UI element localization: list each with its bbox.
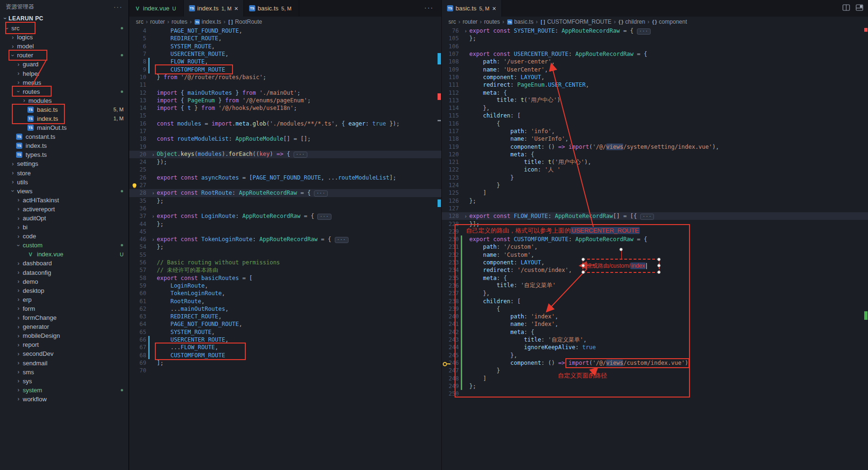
gutter[interactable]: 16 bbox=[129, 120, 157, 127]
breadcrumb-item-basic.ts[interactable]: TSbasic.ts bbox=[507, 18, 534, 25]
code-line-242[interactable]: 242 meta: { bbox=[442, 328, 868, 336]
workspace-root[interactable]: › LEARUN PC bbox=[0, 13, 128, 24]
breadcrumb-item-router[interactable]: router bbox=[463, 18, 477, 25]
gutter[interactable]: 18 bbox=[129, 135, 157, 143]
tab-basic.ts[interactable]: TSbasic.ts5, M bbox=[244, 0, 299, 17]
code-line-58[interactable]: 58export const basicRoutes = [ bbox=[129, 274, 441, 282]
code-line-249[interactable]: 249}; bbox=[442, 382, 868, 390]
code-line-35[interactable]: 35}; bbox=[129, 197, 441, 205]
code-line-241[interactable]: 241 name: 'Index', bbox=[442, 320, 868, 328]
tree-item-views[interactable]: ›views bbox=[0, 187, 128, 196]
code-line-19[interactable]: 19 bbox=[129, 143, 441, 150]
code-line-5[interactable]: 5 REDIRECT_ROUTE, bbox=[129, 35, 441, 42]
code-line-233[interactable]: 233 component: LAYOUT, bbox=[442, 259, 868, 266]
code-line-17[interactable]: 17 bbox=[129, 127, 441, 135]
gutter[interactable]: 122 bbox=[442, 166, 469, 173]
close-icon[interactable]: × bbox=[492, 5, 496, 12]
gutter[interactable]: 20› bbox=[129, 151, 157, 158]
gutter[interactable]: 244 bbox=[442, 343, 469, 351]
gutter[interactable]: 6 bbox=[129, 43, 157, 50]
code-line-59[interactable]: 59 LoginRoute, bbox=[129, 282, 441, 289]
code-line-127[interactable]: 127 bbox=[442, 205, 868, 212]
code-line-229[interactable]: 229 bbox=[442, 228, 868, 235]
gutter[interactable]: 5 bbox=[129, 35, 157, 42]
gutter[interactable]: 232 bbox=[442, 251, 469, 259]
code-line-67[interactable]: 67 ...FLOW_ROUTE, bbox=[129, 343, 441, 351]
code-line-18[interactable]: 18const routeModuleList: AppRouteModule[… bbox=[129, 135, 441, 143]
code-line-115[interactable]: 115 children: [ bbox=[442, 112, 868, 119]
gutter[interactable]: 14 bbox=[129, 104, 157, 112]
code-line-125[interactable]: 125 ] bbox=[442, 189, 868, 197]
gutter[interactable]: 19 bbox=[129, 143, 157, 150]
gutter[interactable]: 7 bbox=[129, 50, 157, 58]
tree-item-sms[interactable]: ›sms bbox=[0, 368, 128, 377]
code-line-232[interactable]: 232 name: 'Custom', bbox=[442, 251, 868, 259]
gutter[interactable]: 246 bbox=[442, 359, 469, 367]
gutter[interactable]: 56 bbox=[129, 259, 157, 266]
tree-item-form[interactable]: ›form bbox=[0, 304, 128, 313]
gutter[interactable]: 59 bbox=[129, 282, 157, 289]
gutter[interactable]: 54 bbox=[129, 243, 157, 251]
code-line-248[interactable]: 248 ] bbox=[442, 374, 868, 382]
code-line-9[interactable]: 9 CUSTOMFORM_ROUTE bbox=[129, 65, 441, 73]
tab-index.vue[interactable]: Vindex.vueU bbox=[129, 0, 184, 17]
tree-item-workflow[interactable]: ›workflow bbox=[0, 395, 128, 404]
code-line-65[interactable]: 65 SYSTEM_ROUTE, bbox=[129, 328, 441, 336]
code-line-124[interactable]: 124 } bbox=[442, 181, 868, 189]
gutter[interactable]: 76› bbox=[442, 27, 469, 35]
gutter[interactable]: 69 bbox=[129, 359, 157, 367]
code-line-246[interactable]: 246 component: () => import('/@/views/cu… bbox=[442, 359, 868, 367]
gutter[interactable]: 55 bbox=[129, 251, 157, 259]
overview-ruler-1[interactable] bbox=[437, 27, 441, 470]
code-line-108[interactable]: 108 path: '/user-center', bbox=[442, 58, 868, 65]
gutter[interactable]: 57 bbox=[129, 266, 157, 274]
gutter[interactable]: 117 bbox=[442, 127, 469, 135]
code-line-57[interactable]: 57// 未经许可的基本路由 bbox=[129, 266, 441, 274]
code-line-109[interactable]: 109 name: 'UserCenter', bbox=[442, 65, 868, 73]
gutter[interactable]: 36 bbox=[129, 205, 157, 212]
gutter[interactable]: 11 bbox=[129, 81, 157, 89]
code-line-105[interactable]: 105}; bbox=[442, 35, 868, 42]
breadcrumb-item-src[interactable]: src bbox=[136, 18, 143, 25]
code-line-66[interactable]: 66 USERCENTER_ROUTE, bbox=[129, 336, 441, 343]
code-line-117[interactable]: 117 path: 'info', bbox=[442, 127, 868, 135]
gutter[interactable]: 106 bbox=[442, 43, 469, 50]
code-line-24[interactable]: 24}); bbox=[129, 158, 441, 166]
tree-item-desktop[interactable]: ›desktop bbox=[0, 286, 128, 295]
code-line-106[interactable]: 106 bbox=[442, 43, 868, 50]
overview-ruler-2[interactable] bbox=[864, 27, 868, 470]
gutter[interactable]: 240 bbox=[442, 313, 469, 320]
fold-chevron-icon[interactable]: › bbox=[462, 28, 469, 34]
gutter[interactable]: 233 bbox=[442, 259, 469, 266]
code-line-120[interactable]: 120 meta: { bbox=[442, 151, 868, 158]
gutter[interactable]: 109 bbox=[442, 65, 469, 73]
folded-code-ellipsis[interactable]: ··· bbox=[335, 237, 349, 243]
gutter[interactable]: 66 bbox=[129, 336, 157, 343]
gutter[interactable]: 68 bbox=[129, 351, 157, 359]
tree-item-menus[interactable]: ›menus bbox=[0, 78, 128, 87]
gutter[interactable]: 111 bbox=[442, 81, 469, 89]
gutter[interactable]: 17 bbox=[129, 127, 157, 135]
tree-item-utils[interactable]: ›utils bbox=[0, 178, 128, 187]
gutter[interactable]: 242 bbox=[442, 328, 469, 336]
gutter[interactable]: 128› bbox=[442, 212, 469, 220]
breadcrumb-item-index.ts[interactable]: TSindex.ts bbox=[194, 18, 221, 25]
gutter[interactable]: 125 bbox=[442, 189, 469, 197]
gutter[interactable]: 231 bbox=[442, 243, 469, 251]
code-line-56[interactable]: 56// Basic routing without permissions bbox=[129, 259, 441, 266]
gutter[interactable]: 241 bbox=[442, 320, 469, 328]
tree-item-mainOut.ts[interactable]: TSmainOut.ts bbox=[0, 123, 128, 132]
code-line-11[interactable]: 11 bbox=[129, 81, 441, 89]
code-line-119[interactable]: 119 component: () => import('/@/views/sy… bbox=[442, 143, 868, 150]
code-line-112[interactable]: 112 meta: { bbox=[442, 89, 868, 96]
folded-code-ellipsis[interactable]: ··· bbox=[314, 190, 328, 197]
tree-item-model[interactable]: ›model bbox=[0, 42, 128, 51]
breadcrumb-item-routes[interactable]: routes bbox=[171, 18, 187, 25]
gutter[interactable]: 115 bbox=[442, 112, 469, 119]
gutter[interactable]: 108 bbox=[442, 58, 469, 65]
code-line-250[interactable]: 250 bbox=[442, 390, 868, 398]
code-line-116[interactable]: 116 { bbox=[442, 120, 868, 127]
tab-index.ts[interactable]: TSindex.ts1, M× bbox=[184, 0, 244, 17]
code-line-6[interactable]: 6 SYSTEM_ROUTE, bbox=[129, 43, 441, 50]
tree-item-index.vue[interactable]: Vindex.vueU bbox=[0, 250, 128, 259]
